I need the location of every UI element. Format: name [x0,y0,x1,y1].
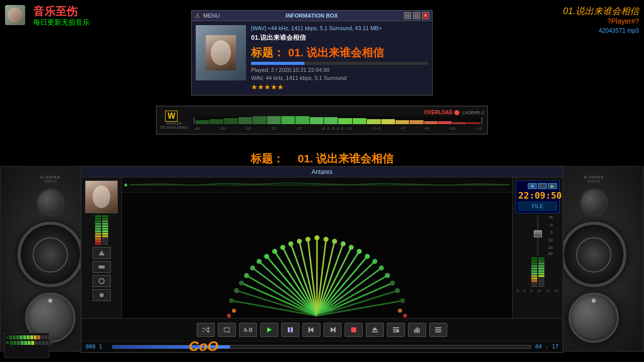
bottom-level-meters: L R [4,333,49,358]
pause-button[interactable] [281,323,299,337]
minimize-button[interactable]: ─ [404,12,411,19]
speaker-left-tweeter [37,189,64,216]
maximize-button[interactable]: □ [413,12,420,19]
speaker-right-tweeter [580,189,608,216]
wohler-model: LN30HR-2 [462,110,484,115]
info-progress-bar[interactable] [251,62,428,65]
information-box: ⚠ MENU INFORMATION BOX ─ □ ✕ [WAV] <44 k… [191,10,433,96]
svg-point-49 [379,265,384,270]
next-track-button[interactable] [324,323,342,337]
svg-point-29 [229,298,234,303]
svg-point-31 [239,281,244,286]
speaker-left-woofer [18,222,83,287]
wohler-logo: W [165,111,178,122]
svg-point-46 [357,249,362,254]
info-box-titlebar: ⚠ MENU INFORMATION BOX ─ □ ✕ [192,11,432,21]
svg-rect-71 [397,329,399,332]
svg-rect-80 [435,327,441,328]
antares-player: Antares [80,166,564,353]
antares-left-panel [82,177,122,318]
menu-label[interactable]: MENU [203,13,219,19]
svg-point-38 [288,241,293,246]
brand-avatar [5,5,25,25]
svg-rect-82 [435,331,441,332]
info-box-window-controls[interactable]: ─ □ ✕ [404,12,429,19]
display-btn-play[interactable]: ▶ [548,183,557,189]
album-art-image [196,25,246,80]
ctrl-dot-button[interactable] [93,289,111,301]
overload-label: OVERLOAD [424,110,453,115]
right-vu-labels: 505101520 [516,289,559,293]
speaker-right-woofer [561,222,626,287]
prev-track-button[interactable] [302,323,320,337]
song-title-label: 标题： [251,152,295,165]
antares-waveform [122,177,512,193]
menu-button[interactable] [429,323,447,337]
ctrl-up-button[interactable] [93,247,111,259]
ctrl-mid-button[interactable] [93,261,111,273]
level-bars-L [9,335,51,339]
antares-body: ▣ ⬛ ▶ 22:09:50 FILE +5 0 5 10 15 20 [82,177,562,318]
info-box-menu[interactable]: ⚠ MENU [195,12,219,19]
svg-point-48 [372,259,377,264]
svg-rect-75 [419,329,420,333]
equalizer-button[interactable] [408,323,426,337]
play-button[interactable] [260,323,278,337]
playlist-button[interactable] [387,323,405,337]
svg-point-54 [232,309,236,313]
volume-fader[interactable]: +5 0 5 10 15 20 [533,215,543,255]
speaker-right-main-knob[interactable] [569,293,619,343]
display-btn-2[interactable]: ⬛ [538,183,547,189]
shuffle-button[interactable] [197,323,215,337]
display-btn-1[interactable]: ▣ [528,183,537,189]
stop-button[interactable] [345,323,363,337]
svg-point-47 [365,254,370,259]
repeat-button[interactable] [218,323,236,337]
antares-level-meters-left [85,215,118,245]
player-progress-bar-section: 000 1 04 : 17 [82,341,562,352]
rating-stars[interactable]: ★★★★★ [251,83,428,91]
antares-control-buttons[interactable] [93,247,111,301]
display-file-label: FILE [518,202,557,211]
svg-marker-61 [309,327,313,332]
antares-spectrum-display [122,193,512,318]
brand-subtitle: 每日更新无损音乐 [33,18,90,27]
warning-icon: ⚠ [195,12,200,19]
time-display-panel: ▣ ⬛ ▶ 22:09:50 FILE [516,180,559,213]
top-right-section: 01.说出来谁会相信 ?Player#? 42043571 mp3 [563,5,639,34]
svg-point-2 [99,279,104,284]
speaker-left-brand: D-202AX ONKYO [40,175,60,183]
svg-marker-66 [372,327,378,330]
level-row-R: R [6,340,47,345]
info-box-content: [WAV] <44 kHz, 1411 kbps, 5.1 Surround, … [192,21,432,95]
eject-button[interactable] [366,323,384,337]
display-mini-buttons[interactable]: ▣ ⬛ ▶ [518,183,557,189]
info-box-title: INFORMATION BOX [286,13,338,19]
progress-bar-track[interactable] [112,345,531,349]
antares-center-panel [122,177,512,318]
svg-rect-59 [288,327,290,332]
antares-right-panel: ▣ ⬛ ▶ 22:09:50 FILE +5 0 5 10 15 20 [512,177,562,318]
svg-point-51 [390,281,395,286]
close-button[interactable]: ✕ [422,12,429,19]
ctrl-circle-button[interactable] [93,275,111,287]
fader-handle[interactable] [534,230,542,237]
brand-section: 音乐至伤 每日更新无损音乐 [5,5,90,27]
svg-rect-77 [416,328,417,329]
coo-label: CoO [189,338,218,354]
level-label-R: R [6,340,9,345]
svg-point-44 [341,241,346,246]
ab-button[interactable]: A-B [239,323,257,337]
svg-rect-76 [414,329,415,330]
svg-rect-1 [99,265,105,268]
svg-rect-68 [393,327,399,328]
level-bars-R [10,341,52,345]
svg-point-42 [324,237,329,242]
transport-controls[interactable]: A-B [82,318,562,341]
svg-point-57 [403,314,407,318]
svg-point-33 [250,265,255,270]
info-progress-fill [251,62,304,65]
svg-marker-58 [267,327,272,332]
display-time: 22:09:50 [518,190,557,201]
vu-scale-labels: -40-30-20-15-12 -8 -6 -5 -4 -2 -1 0+1+3+… [192,126,484,131]
